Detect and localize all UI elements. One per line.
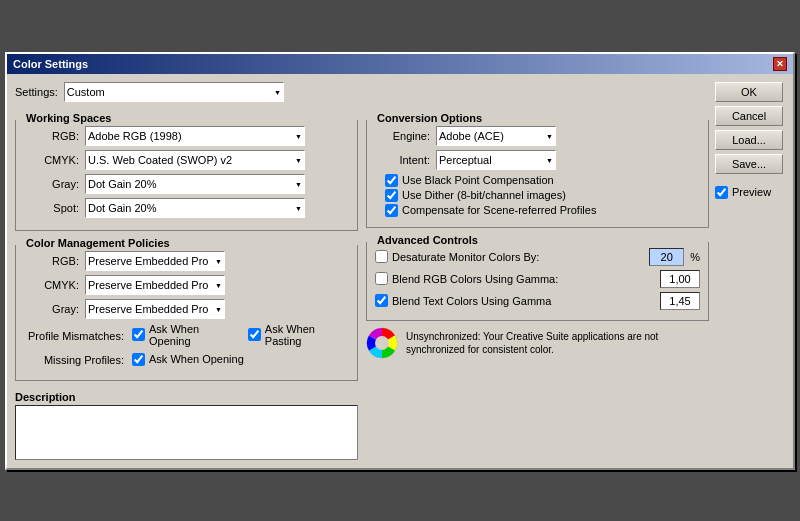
description-label: Description xyxy=(15,391,358,403)
ws-rgb-select[interactable]: Adobe RGB (1998) xyxy=(85,126,305,146)
blend-rgb-label: Blend RGB Colors Using Gamma: xyxy=(392,273,656,285)
ws-gray-label: Gray: xyxy=(24,178,79,190)
ws-rgb-row: RGB: Adobe RGB (1998) xyxy=(24,126,349,146)
color-wheel-icon xyxy=(366,327,398,359)
preview-row: Preview xyxy=(715,186,785,199)
ws-spot-row: Spot: Dot Gain 20% xyxy=(24,198,349,218)
dither-label: Use Dither (8-bit/channel images) xyxy=(402,189,566,201)
blend-text-value-input[interactable] xyxy=(660,292,700,310)
co-intent-select[interactable]: Perceptual xyxy=(436,150,556,170)
ask-when-opening-checkbox[interactable] xyxy=(132,328,145,341)
ws-cmyk-row: CMYK: U.S. Web Coated (SWOP) v2 xyxy=(24,150,349,170)
cm-missing-profiles-row: Missing Profiles: Ask When Opening xyxy=(24,353,349,368)
close-button[interactable]: ✕ xyxy=(773,57,787,71)
desaturate-value-input[interactable] xyxy=(649,248,684,266)
ws-cmyk-select[interactable]: U.S. Web Coated (SWOP) v2 xyxy=(85,150,305,170)
preview-checkbox[interactable] xyxy=(715,186,728,199)
settings-select[interactable]: Custom xyxy=(64,82,284,102)
cm-rgb-row: RGB: Preserve Embedded Profiles xyxy=(24,251,349,271)
settings-row: Settings: Custom xyxy=(15,82,709,102)
desaturate-percent: % xyxy=(690,251,700,263)
cm-profile-mismatch-row: Profile Mismatches: Ask When Opening Ask… xyxy=(24,323,349,349)
cm-cmyk-label: CMYK: xyxy=(24,279,79,291)
unsync-text: Unsynchronized: Your Creative Suite appl… xyxy=(406,330,709,356)
cancel-button[interactable]: Cancel xyxy=(715,106,783,126)
working-spaces-title: Working Spaces xyxy=(24,112,113,124)
color-management-group: Color Management Policies RGB: Preserve … xyxy=(15,245,358,381)
ask-when-pasting-checkbox[interactable] xyxy=(248,328,261,341)
cm-gray-row: Gray: Preserve Embedded Profiles xyxy=(24,299,349,319)
conversion-options-title: Conversion Options xyxy=(375,112,484,124)
description-section: Description xyxy=(15,391,358,460)
blend-text-label: Blend Text Colors Using Gamma xyxy=(392,295,656,307)
ok-button[interactable]: OK xyxy=(715,82,783,102)
scene-referred-checkbox[interactable] xyxy=(385,204,398,217)
conversion-options-group: Conversion Options Engine: Adobe (ACE) I… xyxy=(366,120,709,228)
working-spaces-group: Working Spaces RGB: Adobe RGB (1998) CMY… xyxy=(15,120,358,231)
blend-text-checkbox[interactable] xyxy=(375,294,388,307)
cm-missing-profiles-label: Missing Profiles: xyxy=(24,354,124,366)
cm-cmyk-row: CMYK: Preserve Embedded Profiles xyxy=(24,275,349,295)
dither-checkbox[interactable] xyxy=(385,189,398,202)
settings-label: Settings: xyxy=(15,86,58,98)
cm-gray-label: Gray: xyxy=(24,303,79,315)
advanced-controls-group: Advanced Controls Desaturate Monitor Col… xyxy=(366,242,709,321)
co-engine-select[interactable]: Adobe (ACE) xyxy=(436,126,556,146)
ask-when-pasting-label: Ask When Pasting xyxy=(265,323,349,347)
ask-when-opening-label: Ask When Opening xyxy=(149,323,238,347)
unsync-section: Unsynchronized: Your Creative Suite appl… xyxy=(366,327,709,359)
ws-spot-select[interactable]: Dot Gain 20% xyxy=(85,198,305,218)
co-engine-label: Engine: xyxy=(375,130,430,142)
save-button[interactable]: Save... xyxy=(715,154,783,174)
black-point-label: Use Black Point Compensation xyxy=(402,174,554,186)
color-settings-dialog: Color Settings ✕ Settings: Custom Workin… xyxy=(5,52,795,470)
ws-gray-select[interactable]: Dot Gain 20% xyxy=(85,174,305,194)
preview-label: Preview xyxy=(732,186,771,198)
co-intent-row: Intent: Perceptual xyxy=(375,150,700,170)
sidebar-buttons: OK Cancel Load... Save... Preview xyxy=(715,82,785,460)
ws-cmyk-label: CMYK: xyxy=(24,154,79,166)
co-intent-label: Intent: xyxy=(375,154,430,166)
ws-gray-row: Gray: Dot Gain 20% xyxy=(24,174,349,194)
missing-ask-opening-label: Ask When Opening xyxy=(149,353,244,365)
load-button[interactable]: Load... xyxy=(715,130,783,150)
cm-profile-mismatches-label: Profile Mismatches: xyxy=(24,330,124,342)
blend-rgb-value-input[interactable] xyxy=(660,270,700,288)
svg-point-1 xyxy=(375,336,389,350)
cm-cmyk-select[interactable]: Preserve Embedded Profiles xyxy=(85,275,225,295)
black-point-checkbox[interactable] xyxy=(385,174,398,187)
desaturate-checkbox[interactable] xyxy=(375,250,388,263)
scene-referred-label: Compensate for Scene-referred Profiles xyxy=(402,204,596,216)
blend-rgb-checkbox[interactable] xyxy=(375,272,388,285)
co-engine-row: Engine: Adobe (ACE) xyxy=(375,126,700,146)
title-bar: Color Settings ✕ xyxy=(7,54,793,74)
advanced-controls-title: Advanced Controls xyxy=(375,234,480,246)
missing-ask-opening-checkbox[interactable] xyxy=(132,353,145,366)
dialog-title: Color Settings xyxy=(13,58,88,70)
color-management-title: Color Management Policies xyxy=(24,237,172,249)
cm-rgb-label: RGB: xyxy=(24,255,79,267)
ws-spot-label: Spot: xyxy=(24,202,79,214)
cm-rgb-select[interactable]: Preserve Embedded Profiles xyxy=(85,251,225,271)
desaturate-label: Desaturate Monitor Colors By: xyxy=(392,251,645,263)
description-box xyxy=(15,405,358,460)
cm-gray-select[interactable]: Preserve Embedded Profiles xyxy=(85,299,225,319)
settings-select-wrapper: Custom xyxy=(64,82,284,102)
ws-rgb-label: RGB: xyxy=(24,130,79,142)
